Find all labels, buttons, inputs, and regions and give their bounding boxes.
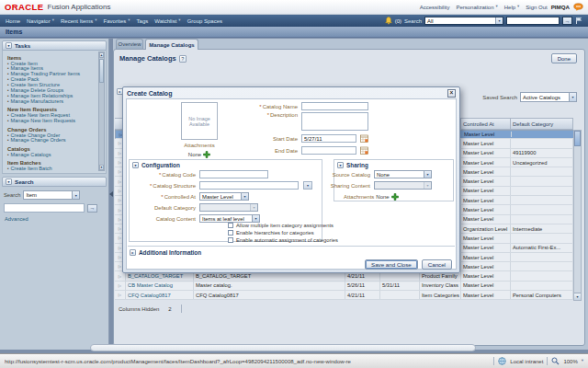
chevron-down-icon[interactable]: ▾	[582, 359, 583, 363]
search-go-button[interactable]: →	[562, 17, 572, 25]
row-expander-icon[interactable]: ▷	[115, 282, 126, 290]
row-expander-icon[interactable]: ▷	[115, 291, 126, 299]
start-date-cell: 4/21/11	[345, 291, 380, 299]
task-link-create-item-batch[interactable]: Create Item Batch	[11, 167, 52, 172]
column-header[interactable]: Default Category	[511, 118, 573, 130]
scrollbar-thumb[interactable]	[574, 131, 581, 146]
task-link-manage-manufacturers[interactable]: Manage Manufacturers	[11, 99, 64, 105]
chevron-down-icon: ▾	[178, 18, 180, 23]
end-date-input[interactable]	[301, 146, 356, 155]
alert-count[interactable]: (0)	[395, 18, 401, 24]
additional-information-header[interactable]: ▸ Additional Information	[130, 249, 201, 256]
scrollbar-thumb[interactable]	[99, 59, 104, 83]
collapse-icon[interactable]: ▾	[6, 42, 12, 49]
column-header[interactable]: Controlled At	[461, 118, 511, 130]
collapse-icon[interactable]: ▾	[6, 178, 12, 185]
controlled-at-cell: Master Level	[462, 132, 512, 137]
checkbox-enable-hierarchies-for-categor[interactable]	[228, 230, 233, 236]
catalog-name-link[interactable]: CFQ Catalog0817	[126, 291, 194, 299]
create-catalog-dialog: Create Catalog × No Image Available Atta…	[122, 86, 460, 273]
checkbox-enable-automatic-assignment-of[interactable]	[228, 237, 233, 243]
default-category-cell	[511, 205, 573, 213]
advanced-search-link[interactable]: Advanced	[5, 216, 107, 222]
catalog-name-input[interactable]	[301, 102, 368, 110]
horizontal-scrollbar[interactable]	[90, 344, 476, 351]
user-name[interactable]: PIMQA	[551, 4, 570, 10]
task-link-manage-new-item-requests[interactable]: Manage New Item Requests	[11, 119, 76, 124]
checkbox-allow-multiple-item-category-a[interactable]	[228, 223, 233, 228]
tab-manage-catalogs[interactable]: Manage Catalogs	[145, 39, 198, 50]
help-icon[interactable]: ?	[179, 55, 187, 63]
chevron-down-icon: ▾	[517, 5, 519, 9]
global-search-input[interactable]	[506, 17, 560, 25]
zoom-level[interactable]: 100%	[563, 359, 577, 364]
default-category-cell	[511, 167, 573, 176]
date-picker-icon[interactable]	[360, 146, 368, 155]
global-link-sign-out[interactable]: Sign Out	[526, 5, 547, 10]
controlled-at-select[interactable]: Master Level ▾	[199, 192, 249, 201]
configuration-header[interactable]: ▾ Configuration	[132, 162, 180, 168]
search-scope-select[interactable]: All ▾	[424, 17, 503, 25]
tasks-panel-header[interactable]: ▾ Tasks	[2, 40, 107, 51]
menu-watchlist[interactable]: Watchlist▾	[154, 18, 180, 24]
global-link-personalization[interactable]: Personalization▾	[456, 5, 497, 10]
collapse-icon[interactable]: ▾	[132, 162, 139, 168]
scroll-down-icon[interactable]: ▼	[574, 293, 581, 300]
start-date-input[interactable]	[301, 134, 356, 143]
conversation-icon[interactable]	[573, 3, 583, 11]
bullet-icon: •	[7, 138, 9, 144]
scroll-up-icon[interactable]: ▲	[99, 52, 104, 58]
table-row[interactable]: ▷CFQ Catalog0817CFQ Catalog08174/21/11It…	[115, 291, 575, 300]
scroll-down-icon[interactable]: ▼	[99, 165, 104, 170]
add-attachment-plus-icon[interactable]	[391, 193, 399, 201]
menu-navigator[interactable]: Navigator▾	[27, 18, 54, 24]
source-catalog-select[interactable]: None ▾	[374, 170, 432, 178]
page-title: Manage Catalogs	[119, 54, 176, 63]
table-vertical-scrollbar[interactable]: ▼	[573, 130, 582, 301]
sidebar-search-go-button[interactable]: →	[87, 204, 97, 213]
default-category-cell: Intermediate	[511, 224, 573, 233]
end-date-cell: 5/31/11	[380, 282, 420, 290]
chevron-down-icon: ▾	[495, 5, 497, 9]
tab-overview[interactable]: Overview	[116, 39, 143, 49]
page-header-title: Items	[6, 29, 22, 35]
close-icon[interactable]: ×	[447, 89, 456, 98]
date-picker-icon[interactable]	[360, 134, 368, 143]
task-link-manage-change-orders[interactable]: Manage Change Orders	[11, 138, 66, 144]
done-button[interactable]: Done	[551, 53, 577, 63]
saved-search-select[interactable]: Active Catalogs ▾	[520, 92, 577, 102]
tasks-scrollbar[interactable]: ▲ ▼	[98, 52, 105, 171]
task-group-items: Items	[7, 55, 96, 61]
menu-group-spaces[interactable]: Group Spaces	[187, 18, 222, 24]
sharing-header[interactable]: ▾ Sharing	[337, 162, 368, 168]
globe-icon	[498, 357, 506, 365]
collapse-icon[interactable]: ▾	[337, 162, 344, 168]
tasks-panel-title: Tasks	[15, 42, 30, 49]
task-link-item: •Manage Manufacturers	[7, 99, 96, 105]
catalog-content-label: Catalog Content	[123, 216, 196, 222]
catalog-content-select[interactable]: Items at leaf level ▾	[199, 214, 260, 223]
menu-tags[interactable]: Tags	[137, 18, 149, 24]
search-panel-header[interactable]: ▾ Search	[2, 177, 107, 187]
description-input[interactable]	[301, 112, 368, 131]
task-link-item: •Manage Catalogs	[7, 153, 96, 158]
catalog-name-link[interactable]: CB Master Catalog	[126, 282, 194, 290]
table-row[interactable]: ▷CB Master CatalogMaster catalog.5/26/11…	[115, 282, 575, 291]
task-link-manage-catalogs[interactable]: Manage Catalogs	[11, 153, 51, 158]
zoom-magnifier-icon[interactable]	[551, 357, 560, 365]
menu-home[interactable]: Home	[6, 18, 20, 24]
menu-recent-items[interactable]: Recent Items▾	[61, 18, 97, 24]
save-and-close-button[interactable]: Save and Close	[365, 259, 418, 270]
sidebar-search-input[interactable]	[4, 203, 85, 213]
saved-search-flag-icon[interactable]	[575, 17, 582, 25]
sidebar-search-scope-select[interactable]: Item ▾	[23, 190, 80, 200]
notifications-bell-icon[interactable]	[385, 17, 392, 25]
default-category-cell	[511, 282, 573, 290]
global-link-accessibility[interactable]: Accessibility	[420, 5, 450, 10]
search-scope-value: All	[425, 18, 495, 24]
menu-favorites[interactable]: Favorites▾	[104, 18, 130, 24]
cancel-button[interactable]: Cancel	[422, 259, 452, 270]
controlled-at-value: Master Level	[200, 194, 241, 200]
global-link-help[interactable]: Help▾	[504, 5, 520, 10]
expand-right-icon[interactable]: ▸	[130, 249, 136, 256]
